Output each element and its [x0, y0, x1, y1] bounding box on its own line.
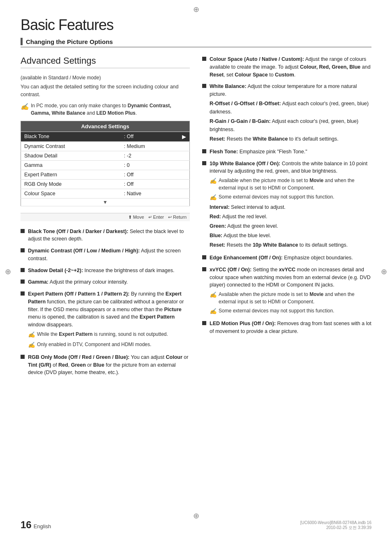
- table-cell-label: Expert Pattern: [21, 170, 121, 179]
- bullet-icon: [21, 268, 25, 272]
- language-label: English: [34, 523, 51, 529]
- available-note: (available in Standard / Movie mode): [21, 75, 190, 81]
- page-footer: 16 English [UC6000-Weuro]BN68-02748A.ind…: [21, 519, 371, 531]
- sub-item: R-Offset / G-Offset / B-Offset: Adjust e…: [210, 99, 371, 116]
- table-row: Gamma : 0: [21, 160, 190, 170]
- crosshair-right-icon: ⊕: [381, 267, 387, 276]
- table-cell-arrow: [179, 160, 190, 170]
- file-info: [UC6000-Weuro]BN68-02748A.indb 16: [300, 520, 371, 525]
- list-item: Flesh Tone: Emphasize pink "Flesh Tone.": [202, 148, 371, 156]
- bullet-text: Gamma: Adjust the primary colour intensi…: [28, 278, 128, 286]
- intro-text: You can adjust the detailed setting for …: [21, 83, 190, 99]
- section-title: Changing the Picture Options: [26, 38, 113, 45]
- table-cell-arrow: [179, 170, 190, 179]
- list-item: Black Tone (Off / Dark / Darker / Darkes…: [21, 228, 190, 243]
- bullet-icon: [202, 149, 206, 153]
- sub-note: ✍ While the Expert Pattern is running, s…: [28, 330, 190, 339]
- bullet-text: LED Motion Plus (Off / On): Removes drag…: [210, 320, 371, 335]
- page-number: 16: [21, 519, 32, 531]
- sub-item: Green: Adjust the green level.: [210, 222, 371, 230]
- table-row: Expert Pattern : Off: [21, 170, 190, 179]
- table-cell-label: Dynamic Contrast: [21, 141, 121, 151]
- table-cell-arrow: [179, 189, 190, 198]
- bullet-text: White Balance: Adjust the colour tempera…: [210, 83, 371, 144]
- section-bar: [21, 38, 23, 45]
- list-item: White Balance: Adjust the colour tempera…: [202, 83, 371, 144]
- table-cell-arrow: [179, 179, 190, 189]
- bullet-text: Flesh Tone: Emphasize pink "Flesh Tone.": [210, 148, 307, 156]
- bullet-text: Shadow Detail (-2~+2): Increase the brig…: [28, 267, 174, 275]
- bullet-text: Dynamic Contrast (Off / Low / Medium / H…: [28, 247, 190, 263]
- note-pencil-icon: ✍: [210, 307, 217, 316]
- bullet-icon: [202, 57, 206, 61]
- table-cell-label: Black Tone: [21, 132, 121, 141]
- table-cell-value: : Off: [121, 132, 179, 141]
- table-nav-bar: ⬆ Move ↵ Enter ↩ Return: [21, 213, 190, 221]
- move-arrows-icon: ⬆ Move: [128, 215, 144, 220]
- note-pencil-icon: ✍: [21, 102, 29, 112]
- table-cell-value: : 0: [121, 160, 179, 170]
- crosshair-top-icon: ⊕: [193, 5, 199, 14]
- bullet-icon: [202, 161, 206, 165]
- sub-note-text: Some external devices may not support th…: [219, 307, 334, 314]
- list-item: Edge Enhancement (Off / On): Emphasize o…: [202, 254, 371, 262]
- sub-note: ✍ Available when the picture mode is set…: [210, 177, 371, 192]
- list-item: Dynamic Contrast (Off / Low / Medium / H…: [21, 247, 190, 263]
- date-info: 2010-02-25 오전 3:39:39: [326, 525, 371, 531]
- table-row: Black Tone : Off ▶: [21, 132, 190, 141]
- footer-info: [UC6000-Weuro]BN68-02748A.indb 16 2010-0…: [300, 520, 371, 531]
- bullet-text: xvYCC (Off / On): Setting the xvYCC mode…: [210, 266, 371, 316]
- list-item: xvYCC (Off / On): Setting the xvYCC mode…: [202, 266, 371, 316]
- nav-move: ⬆ Move: [128, 215, 144, 220]
- sub-note: ✍ Available when the picture mode is set…: [210, 291, 371, 305]
- note-pencil-icon: ✍: [28, 330, 35, 339]
- sub-note-text: Available when the picture mode is set t…: [219, 177, 371, 192]
- bullet-text: 10p White Balance (Off / On): Controls t…: [210, 160, 371, 250]
- list-item: LED Motion Plus (Off / On): Removes drag…: [202, 320, 371, 335]
- table-cell-label: Colour Space: [21, 189, 121, 198]
- sub-item: Reset: Resets the White Balance to it's …: [210, 135, 371, 143]
- list-item: 10p White Balance (Off / On): Controls t…: [202, 160, 371, 250]
- note-box: ✍ In PC mode, you can only make changes …: [21, 102, 190, 117]
- sub-note-text: Some external devices may not support th…: [219, 193, 334, 201]
- table-header-cell: Advanced Settings: [21, 121, 190, 132]
- note-pencil-icon: ✍: [28, 341, 35, 349]
- sub-note-text: Available when the picture mode is set t…: [219, 291, 371, 305]
- table-row: Shadow Detail : -2: [21, 151, 190, 160]
- section-header: Changing the Picture Options: [21, 38, 371, 47]
- table-cell-value: : Off: [121, 179, 179, 189]
- bullet-text: Edge Enhancement (Off / On): Emphasize o…: [210, 254, 353, 262]
- sub-note: ✍ Some external devices may not support …: [210, 193, 371, 202]
- table-cell-arrow: [179, 141, 190, 151]
- table-cell-value: : Off: [121, 170, 179, 179]
- table-cell-label: Shadow Detail: [21, 151, 121, 160]
- list-item: Shadow Detail (-2~+2): Increase the brig…: [21, 267, 190, 275]
- list-item: Gamma: Adjust the primary colour intensi…: [21, 278, 190, 286]
- list-item: RGB Only Mode (Off / Red / Green / Blue)…: [21, 354, 190, 377]
- bullet-icon: [202, 84, 206, 88]
- sub-note-text: While the Expert Pattern is running, sou…: [37, 330, 168, 338]
- sub-note: ✍ Some external devices may not support …: [210, 307, 371, 316]
- advanced-settings-title: Advanced Settings: [21, 55, 190, 66]
- bullet-icon: [21, 229, 25, 233]
- table-cell-label: RGB Only Mode: [21, 179, 121, 189]
- bullet-icon: [202, 255, 206, 259]
- note-pencil-icon: ✍: [210, 291, 217, 299]
- nav-enter: ↵ Enter: [148, 215, 164, 220]
- left-column: Advanced Settings (available in Standard…: [21, 55, 190, 381]
- table-header-row: Advanced Settings: [21, 121, 190, 132]
- table-cell-value: : Native: [121, 189, 179, 198]
- bullet-text: Colour Space (Auto / Native / Custom): A…: [210, 55, 371, 79]
- sub-item: Interval: Select interval to adjust.: [210, 203, 371, 211]
- table-row: Colour Space : Native: [21, 189, 190, 198]
- sub-item: Reset: Resets the 10p White Balance to i…: [210, 241, 371, 249]
- list-item: Expert Pattern (Off / Pattern 1 / Patter…: [21, 290, 190, 349]
- left-bullet-list: Black Tone (Off / Dark / Darker / Darkes…: [21, 228, 190, 377]
- sub-item: R-Gain / G-Gain / B-Gain: Adjust each co…: [210, 117, 371, 134]
- two-column-layout: Advanced Settings (available in Standard…: [21, 55, 371, 381]
- page-number-box: 16 English: [21, 519, 51, 531]
- bullet-icon: [202, 321, 206, 325]
- sub-note-text: Only enabled in DTV, Component and HDMI …: [37, 341, 151, 348]
- bullet-icon: [21, 248, 25, 252]
- table-scroll-row: ▼: [21, 198, 190, 206]
